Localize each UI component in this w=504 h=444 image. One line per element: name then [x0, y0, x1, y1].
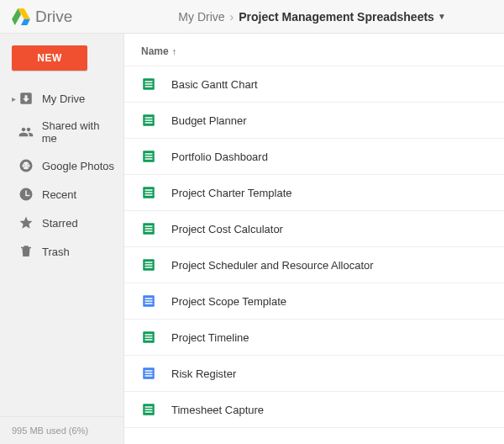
sheet-file-icon [141, 402, 156, 417]
chevron-down-icon: ▼ [438, 12, 446, 21]
svg-rect-25 [145, 264, 153, 266]
sidebar-item-drive[interactable]: ▸My Drive [0, 84, 123, 113]
svg-rect-36 [145, 370, 153, 372]
sidebar-item-label: Trash [42, 246, 70, 258]
doc-file-icon [141, 366, 156, 381]
breadcrumb-current-label: Project Management Spreadsheets [239, 10, 434, 24]
file-name: Project Timeline [171, 331, 249, 344]
recent-icon [18, 187, 34, 202]
svg-rect-37 [145, 373, 153, 374]
svg-rect-20 [145, 225, 153, 227]
svg-rect-17 [145, 192, 153, 193]
svg-rect-10 [145, 122, 153, 124]
file-item[interactable]: Risk Register [124, 356, 504, 392]
drive-icon [18, 91, 34, 106]
svg-rect-13 [145, 156, 153, 157]
sidebar-item-trash[interactable]: Trash [0, 237, 123, 266]
file-item[interactable]: Budget Planner [124, 103, 504, 139]
sidebar-item-label: My Drive [42, 92, 85, 105]
doc-file-icon [141, 293, 156, 309]
svg-rect-41 [145, 409, 153, 410]
app-name: Drive [35, 8, 72, 26]
file-name: Budget Planner [171, 114, 247, 127]
file-item[interactable]: Project Charter Template [124, 175, 504, 211]
sheet-file-icon [141, 149, 156, 164]
file-item[interactable]: Portfolio Dashboard [124, 139, 504, 175]
svg-rect-32 [145, 334, 153, 336]
file-name: Project Scope Template [171, 295, 286, 308]
trash-icon [18, 244, 34, 259]
svg-rect-6 [145, 86, 153, 87]
svg-rect-5 [145, 83, 153, 85]
sidebar-item-label: Shared with me [42, 119, 115, 145]
file-name: Basic Gantt Chart [171, 78, 258, 91]
sidebar-item-photos[interactable]: Google Photos [0, 151, 123, 180]
svg-rect-42 [145, 411, 153, 413]
sidebar-item-shared[interactable]: Shared with me [0, 113, 123, 151]
expand-icon: ▸ [12, 94, 18, 103]
sort-asc-icon: ↑ [172, 46, 177, 56]
app-body: NEW ▸My DriveShared with meGoogle Photos… [0, 34, 504, 444]
drive-logo-icon [12, 8, 30, 25]
svg-rect-16 [145, 189, 153, 191]
svg-rect-38 [145, 375, 153, 377]
file-name: Project Charter Template [171, 187, 292, 199]
svg-rect-9 [145, 119, 153, 121]
sidebar-item-label: Starred [42, 217, 78, 230]
file-item[interactable]: Timesheet Capture [124, 392, 504, 428]
svg-rect-18 [145, 194, 153, 196]
file-item[interactable]: Project Cost Calculator [124, 211, 504, 247]
svg-rect-40 [145, 406, 153, 408]
file-item[interactable]: Basic Gantt Chart [124, 66, 504, 103]
sheet-file-icon [141, 257, 156, 272]
svg-rect-4 [145, 81, 153, 82]
svg-rect-33 [145, 336, 153, 338]
sidebar-item-starred[interactable]: Starred [0, 209, 123, 237]
svg-marker-1 [21, 18, 30, 24]
svg-rect-22 [145, 230, 153, 232]
svg-rect-14 [145, 158, 153, 160]
column-header-name[interactable]: Name ↑ [124, 34, 504, 66]
starred-icon [18, 215, 34, 230]
breadcrumb-current[interactable]: Project Management Spreadsheets ▼ [239, 10, 446, 24]
breadcrumb: My Drive › Project Management Spreadshee… [178, 10, 445, 24]
column-header-label: Name [141, 45, 169, 57]
file-item[interactable]: Project Timeline [124, 320, 504, 356]
svg-rect-8 [145, 117, 153, 119]
svg-rect-30 [145, 303, 153, 304]
sidebar-nav: ▸My DriveShared with meGoogle PhotosRece… [0, 84, 123, 266]
file-name: Timesheet Capture [171, 404, 264, 416]
sidebar: NEW ▸My DriveShared with meGoogle Photos… [0, 34, 124, 444]
sheet-file-icon [141, 330, 156, 345]
shared-icon [18, 124, 34, 140]
main: Name ↑ Basic Gantt ChartBudget PlannerPo… [124, 34, 504, 444]
file-item[interactable]: Project Scheduler and Resource Allocator [124, 247, 504, 283]
svg-rect-34 [145, 339, 153, 341]
header: Drive My Drive › Project Management Spre… [0, 0, 504, 34]
sheet-file-icon [141, 113, 156, 128]
sheet-file-icon [141, 221, 156, 236]
file-name: Project Cost Calculator [171, 223, 283, 235]
sidebar-item-label: Recent [42, 188, 76, 201]
svg-rect-21 [145, 228, 153, 230]
storage-usage[interactable]: 995 MB used (6%) [0, 416, 123, 444]
file-name: Project Scheduler and Resource Allocator [171, 259, 374, 272]
sheet-file-icon [141, 77, 156, 92]
file-name: Portfolio Dashboard [171, 151, 268, 163]
svg-rect-28 [145, 298, 153, 299]
photos-icon [18, 158, 34, 173]
sheet-file-icon [141, 185, 156, 200]
app-logo[interactable]: Drive [12, 8, 72, 26]
svg-rect-29 [145, 300, 153, 302]
svg-rect-24 [145, 262, 153, 263]
sidebar-item-label: Google Photos [42, 160, 114, 172]
svg-rect-26 [145, 267, 153, 268]
breadcrumb-separator-icon: › [230, 10, 234, 24]
sidebar-item-recent[interactable]: Recent [0, 180, 123, 209]
breadcrumb-root[interactable]: My Drive [178, 10, 224, 24]
file-name: Risk Register [171, 367, 236, 380]
file-item[interactable]: Project Scope Template [124, 283, 504, 320]
svg-rect-12 [145, 153, 153, 155]
file-list: Basic Gantt ChartBudget PlannerPortfolio… [124, 66, 504, 428]
new-button[interactable]: NEW [12, 45, 87, 71]
